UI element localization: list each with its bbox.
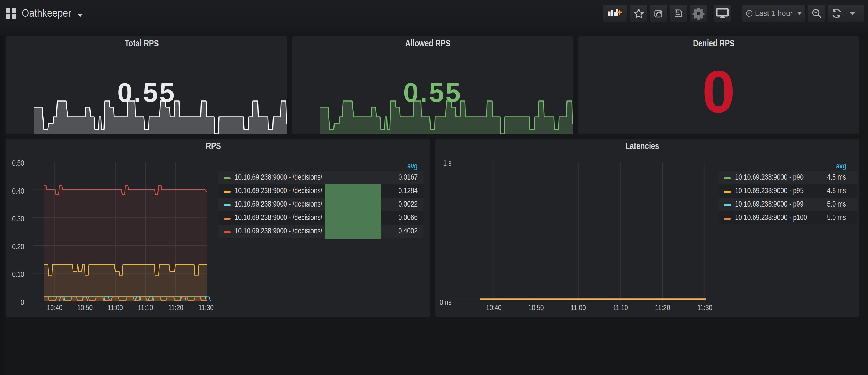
- svg-text:11:20: 11:20: [168, 303, 183, 312]
- svg-text:10:50: 10:50: [528, 303, 544, 312]
- svg-text:11:20: 11:20: [655, 303, 670, 312]
- svg-text:10:40: 10:40: [47, 303, 63, 312]
- svg-text:11:10: 11:10: [138, 303, 153, 312]
- svg-text:10:40: 10:40: [486, 303, 502, 312]
- svg-text:1 s: 1 s: [443, 158, 452, 167]
- svg-text:10:50: 10:50: [77, 303, 93, 312]
- svg-text:11:00: 11:00: [571, 303, 586, 312]
- svg-text:0.20: 0.20: [12, 242, 24, 251]
- svg-text:0.30: 0.30: [12, 214, 24, 223]
- svg-text:0.40: 0.40: [12, 186, 24, 195]
- svg-text:0.10: 0.10: [12, 270, 24, 279]
- svg-text:11:00: 11:00: [108, 303, 123, 312]
- svg-text:11:10: 11:10: [613, 303, 628, 312]
- svg-text:0 ns: 0 ns: [440, 298, 452, 307]
- svg-text:11:30: 11:30: [198, 303, 214, 312]
- svg-text:0.50: 0.50: [12, 158, 24, 167]
- svg-text:11:30: 11:30: [698, 303, 712, 312]
- svg-text:0: 0: [21, 298, 24, 307]
